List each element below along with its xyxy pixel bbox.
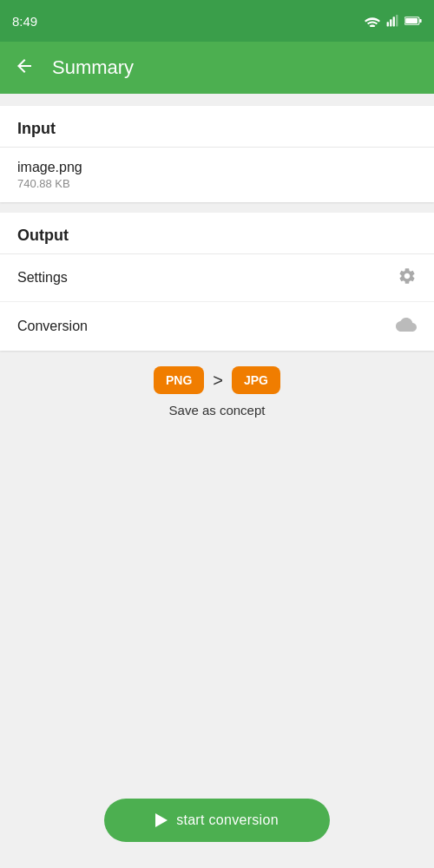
conversion-flow: PNG > JPG: [0, 366, 434, 394]
svg-rect-3: [396, 15, 398, 26]
svg-rect-2: [393, 16, 395, 26]
to-format-badge[interactable]: JPG: [232, 366, 280, 394]
start-button-container: start conversion: [104, 799, 330, 842]
gear-icon: [398, 266, 417, 289]
conversion-row[interactable]: Conversion: [0, 302, 434, 351]
battery-icon: [404, 16, 422, 26]
toolbar: Summary: [0, 42, 434, 94]
wifi-icon: [365, 15, 380, 27]
input-file-info: image.png 740.88 KB: [17, 160, 82, 190]
input-file-size: 740.88 KB: [17, 177, 82, 190]
signal-icon: [385, 15, 399, 27]
back-button[interactable]: [14, 56, 35, 80]
output-card-header: Output: [0, 213, 434, 254]
input-file-row: image.png 740.88 KB: [0, 148, 434, 202]
start-conversion-button[interactable]: start conversion: [104, 799, 330, 842]
play-icon: [155, 813, 168, 827]
svg-rect-0: [387, 22, 389, 26]
from-format-badge[interactable]: PNG: [154, 366, 204, 394]
status-bar: 8:49: [0, 0, 434, 42]
conversion-label: Conversion: [17, 319, 88, 334]
input-card-title: Input: [17, 120, 56, 137]
settings-label: Settings: [17, 270, 68, 286]
svg-rect-6: [405, 18, 418, 23]
save-concept-label: Save as concept: [169, 403, 266, 418]
status-time: 8:49: [12, 14, 37, 29]
svg-rect-5: [419, 19, 421, 23]
input-card-header: Input: [0, 106, 434, 148]
main-content: Input image.png 740.88 KB Output Setting…: [0, 94, 434, 868]
start-button-label: start conversion: [176, 812, 279, 828]
output-card: Output Settings Conversion: [0, 213, 434, 351]
cloud-icon: [396, 314, 417, 339]
settings-row[interactable]: Settings: [0, 254, 434, 302]
svg-rect-1: [390, 19, 391, 26]
status-icons: [365, 15, 422, 27]
arrow-icon: >: [213, 371, 223, 391]
input-card: Input image.png 740.88 KB: [0, 106, 434, 202]
save-concept-container[interactable]: Save as concept: [0, 403, 434, 418]
page-title: Summary: [52, 56, 134, 79]
output-card-title: Output: [17, 227, 69, 244]
input-file-name: image.png: [17, 160, 82, 175]
